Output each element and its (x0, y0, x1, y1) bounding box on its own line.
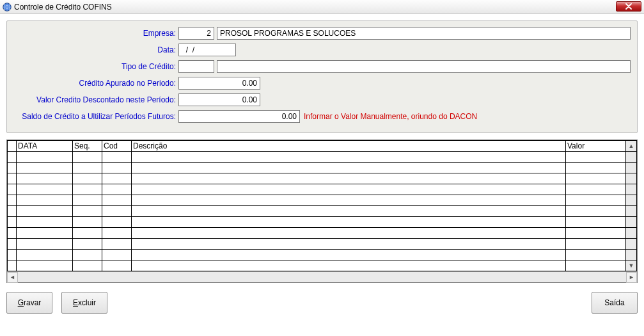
table-cell[interactable] (17, 206, 73, 217)
hscrollbar[interactable]: ◄ ► (7, 271, 637, 282)
table-row[interactable] (8, 152, 637, 163)
table-cell[interactable] (17, 173, 73, 184)
table-cell[interactable] (17, 260, 73, 271)
table-cell[interactable] (8, 250, 17, 260)
table-row[interactable] (8, 184, 637, 195)
table-cell[interactable] (102, 206, 132, 217)
vscroll-track[interactable] (626, 163, 637, 173)
table-cell[interactable] (8, 217, 17, 228)
input-tipo-desc[interactable] (217, 60, 631, 73)
table-row[interactable] (8, 250, 637, 260)
table-cell[interactable] (17, 228, 73, 239)
table-cell[interactable] (566, 195, 626, 206)
table-cell[interactable] (73, 228, 102, 239)
vscroll-track[interactable] (626, 217, 637, 228)
hscroll-right[interactable]: ► (626, 272, 637, 283)
input-saldo[interactable] (178, 110, 300, 123)
table-cell[interactable] (102, 152, 132, 163)
table-cell[interactable] (102, 163, 132, 173)
col-header-valor[interactable]: Valor (566, 141, 626, 152)
col-header-cod[interactable]: Cod (102, 141, 132, 152)
table-cell[interactable] (132, 184, 566, 195)
table-cell[interactable] (102, 239, 132, 250)
table-row[interactable] (8, 239, 637, 250)
vscroll-track[interactable] (626, 239, 637, 250)
col-header-data[interactable]: DATA (17, 141, 73, 152)
vscroll-track[interactable] (626, 228, 637, 239)
col-header-seq[interactable]: Seq. (73, 141, 102, 152)
table-cell[interactable] (8, 239, 17, 250)
table-row[interactable]: ▼ (8, 260, 637, 271)
vscroll-track[interactable] (626, 250, 637, 260)
table-cell[interactable] (73, 260, 102, 271)
gravar-button[interactable]: Gravar (6, 292, 52, 314)
table-cell[interactable] (566, 217, 626, 228)
table-cell[interactable] (17, 217, 73, 228)
table-cell[interactable] (566, 163, 626, 173)
table-cell[interactable] (73, 163, 102, 173)
table-cell[interactable] (102, 250, 132, 260)
input-valor-descontado[interactable] (178, 93, 260, 106)
table-cell[interactable] (8, 228, 17, 239)
input-empresa-name[interactable] (217, 27, 631, 40)
table-cell[interactable] (73, 152, 102, 163)
vscroll-track[interactable] (626, 152, 637, 163)
table-cell[interactable] (132, 206, 566, 217)
vscroll-track[interactable] (626, 173, 637, 184)
table-cell[interactable] (132, 152, 566, 163)
table-cell[interactable] (8, 195, 17, 206)
table-cell[interactable] (132, 217, 566, 228)
table-cell[interactable] (73, 217, 102, 228)
table-cell[interactable] (132, 260, 566, 271)
table-row[interactable] (8, 228, 637, 239)
table-cell[interactable] (566, 228, 626, 239)
table-cell[interactable] (8, 173, 17, 184)
table-cell[interactable] (17, 184, 73, 195)
table-cell[interactable] (566, 184, 626, 195)
table-cell[interactable] (132, 228, 566, 239)
table-cell[interactable] (566, 206, 626, 217)
col-header-desc[interactable]: Descrição (132, 141, 566, 152)
table-cell[interactable] (566, 260, 626, 271)
table-cell[interactable] (132, 195, 566, 206)
table-cell[interactable] (73, 184, 102, 195)
input-tipo-code[interactable] (178, 60, 214, 73)
excluir-button[interactable]: Excluir (61, 292, 107, 314)
input-data[interactable] (178, 44, 236, 56)
table-cell[interactable] (17, 163, 73, 173)
table-cell[interactable] (8, 163, 17, 173)
table-cell[interactable] (102, 195, 132, 206)
table-cell[interactable] (73, 206, 102, 217)
hscroll-track[interactable] (18, 272, 626, 283)
table-cell[interactable] (73, 173, 102, 184)
table-cell[interactable] (566, 152, 626, 163)
table-cell[interactable] (102, 260, 132, 271)
table-cell[interactable] (102, 217, 132, 228)
table-cell[interactable] (8, 206, 17, 217)
data-grid[interactable]: DATA Seq. Cod Descrição Valor ▲ ▼ (7, 140, 637, 271)
table-cell[interactable] (566, 239, 626, 250)
table-cell[interactable] (566, 173, 626, 184)
input-empresa-code[interactable] (178, 27, 214, 40)
table-cell[interactable] (73, 195, 102, 206)
table-cell[interactable] (132, 250, 566, 260)
table-cell[interactable] (73, 250, 102, 260)
table-cell[interactable] (17, 152, 73, 163)
table-cell[interactable] (102, 228, 132, 239)
table-cell[interactable] (8, 260, 17, 271)
table-cell[interactable] (8, 152, 17, 163)
table-cell[interactable] (132, 163, 566, 173)
table-row[interactable] (8, 163, 637, 173)
table-cell[interactable] (102, 184, 132, 195)
table-cell[interactable] (102, 173, 132, 184)
table-row[interactable] (8, 195, 637, 206)
table-row[interactable] (8, 217, 637, 228)
vscroll-track[interactable] (626, 206, 637, 217)
table-cell[interactable] (17, 250, 73, 260)
window-close-button[interactable] (616, 1, 641, 12)
vscroll-track[interactable] (626, 195, 637, 206)
table-cell[interactable] (73, 239, 102, 250)
vscroll-up[interactable]: ▲ (626, 141, 637, 152)
table-cell[interactable] (17, 239, 73, 250)
hscroll-left[interactable]: ◄ (7, 272, 18, 283)
